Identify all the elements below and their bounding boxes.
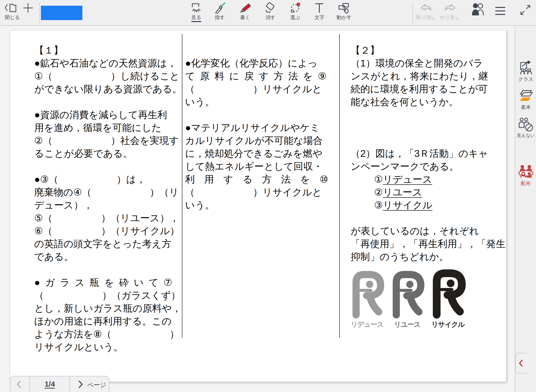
text-line: （1）環境の保全と開発のバラ <box>351 57 505 70</box>
text-line: ●③（ ）は， <box>34 173 182 186</box>
chevron-right-icon <box>77 379 84 389</box>
sidebar-item-class[interactable]: クラス <box>515 61 536 83</box>
participants-button[interactable] <box>467 3 491 15</box>
tool-label: 見る <box>191 14 201 22</box>
text-line: （2）図は，「3Ｒ活動」のキャ <box>351 147 505 160</box>
text-line: ●鉱石や石油などの天然資源は， <box>34 57 182 70</box>
sidebar-item-invisible[interactable]: 見えない <box>515 118 536 138</box>
plus-icon <box>16 2 40 14</box>
text-line: ②（ ）社会を実現す <box>34 134 182 147</box>
text-line: 利用する方法を⑩ <box>185 173 338 186</box>
tool-label: 文字 <box>314 14 324 21</box>
class-icon <box>519 61 533 75</box>
worksheet-page: 【１】●鉱石や石油などの天然資源は，①（ ）し続けることができない限りある資源で… <box>10 30 506 382</box>
text-line: ●化学変化（化学反応）によっ <box>185 57 338 70</box>
text-line <box>34 96 182 108</box>
text-T-icon <box>307 2 331 14</box>
worksheet-column-3: 【２】（1）環境の保全と開発のバランスがとれ，将来にわたり，継続的に環境を利用す… <box>351 44 505 263</box>
chevron-left-red-icon <box>518 359 524 367</box>
text-line: ③リサイクル <box>351 199 505 212</box>
text-line <box>351 212 505 225</box>
toolbar-divider <box>39 2 40 23</box>
reuse-R-icon <box>388 268 426 319</box>
expand-arrows-icon <box>514 4 536 16</box>
reduce-R-icon <box>348 268 386 319</box>
sidebar-item-distribute[interactable]: 配布 <box>515 165 536 187</box>
text-line: デュース）， <box>34 199 182 212</box>
undo-arrow-icon <box>414 2 438 14</box>
page-label: ページ <box>87 381 106 389</box>
text-line: とし，新しいガラス瓶の原料や， <box>34 302 182 315</box>
toolbar-divider <box>412 2 413 23</box>
eraser-icon <box>259 2 282 14</box>
tool-write[interactable]: 書く <box>233 2 257 21</box>
worksheet-column-1: 【１】●鉱石や石油などの天然資源は，①（ ）し続けることができない限りある資源で… <box>34 44 182 354</box>
text-line: ⑤（ ）（リユース）， <box>34 212 182 225</box>
text-line: の英語の頭文字をとった考え方 <box>34 237 182 250</box>
text-line <box>185 108 338 121</box>
logo-label: リサイクル <box>431 320 464 329</box>
text-line <box>351 134 505 147</box>
text-line: に，焼却処分できるごみを燃や <box>185 147 338 160</box>
text-line: ような方法を⑧（ ） <box>34 328 182 341</box>
move-hand-icon <box>332 2 356 14</box>
sidebar-label: 見えない <box>515 132 536 138</box>
menu-button[interactable] <box>488 5 512 17</box>
pen-color-swatch[interactable] <box>41 6 82 20</box>
text-line <box>185 44 338 57</box>
tool-select[interactable]: 選ぶ <box>283 2 307 21</box>
sidebar-item-basic[interactable]: 基本 <box>515 89 536 111</box>
redo-button[interactable]: やり直し <box>438 2 462 21</box>
text-line: て原料に戻す方法を⑨ <box>185 70 338 83</box>
text-line: カルリサイクルが不可能な場合 <box>185 134 338 147</box>
text-line: 廃棄物の④（ ）（リ <box>34 186 182 199</box>
text-line <box>351 108 505 121</box>
text-line: 【１】 <box>34 44 182 57</box>
next-page-button[interactable] <box>77 379 84 389</box>
logo-label: リデュース <box>351 320 384 329</box>
text-line: が表しているのは，それぞれ <box>351 225 505 237</box>
text-line: ンペーンマークである。 <box>351 160 505 173</box>
sidebar-collapse-tab[interactable] <box>515 353 527 374</box>
fullscreen-button[interactable] <box>514 4 536 16</box>
chevron-left-icon <box>16 379 23 389</box>
undo-label: 取り消し <box>416 14 436 21</box>
tool-view[interactable]: 見る <box>184 2 208 22</box>
column-divider <box>339 34 340 338</box>
hamburger-menu-icon <box>488 5 512 17</box>
tool-erase[interactable]: 消す <box>259 2 282 21</box>
text-line: （ ）（ガラスくず） <box>34 289 182 302</box>
tool-text[interactable]: 文字 <box>307 2 331 21</box>
prev-page-button[interactable] <box>16 379 23 389</box>
text-line: である。 <box>34 250 182 263</box>
logo-recycle: リサイクル <box>429 267 467 329</box>
tool-label: 選ぶ <box>290 14 300 21</box>
tool-point[interactable]: 指す <box>208 2 232 21</box>
people-icon <box>467 3 491 15</box>
text-line: 抑制」のうちどれか。 <box>351 250 505 263</box>
tool-label: 動かす <box>337 14 352 21</box>
add-page-button[interactable] <box>16 2 40 14</box>
sidebar-label: 基本 <box>515 104 536 111</box>
undo-button[interactable]: 取り消し <box>414 2 438 21</box>
tool-label: 書く <box>240 14 250 21</box>
sidebar-label: クラス <box>515 76 536 83</box>
text-line: ①（ ）し続けること <box>34 70 182 83</box>
text-line: 能な社会を何というか。 <box>351 96 505 108</box>
text-line <box>34 160 182 173</box>
tool-label: 指す <box>215 14 225 21</box>
text-line: ることが必要である。 <box>34 147 182 160</box>
toolbar: 閉じる 見る <box>0 0 536 26</box>
nav-divider <box>69 376 70 392</box>
tool-move[interactable]: 動かす <box>332 2 356 21</box>
hidden-people-icon <box>518 118 534 132</box>
page-indicator[interactable]: 1/4 <box>30 380 69 388</box>
close-label: 閉じる <box>5 14 20 21</box>
text-line: 用を進め，循環を可能にした <box>34 121 182 134</box>
sidebar-label: 配布 <box>515 180 536 187</box>
text-line: ●ガラス瓶を砕いて⑦ <box>34 276 182 289</box>
metamoji-note-app: { "toolbar": { "close_label": "閉じる", "pe… <box>0 0 536 392</box>
recycle-R-icon <box>429 267 467 319</box>
text-line: （ ）リサイクルと <box>185 186 338 199</box>
text-line: ●マテリアルリサイクルやケミ <box>185 121 338 134</box>
